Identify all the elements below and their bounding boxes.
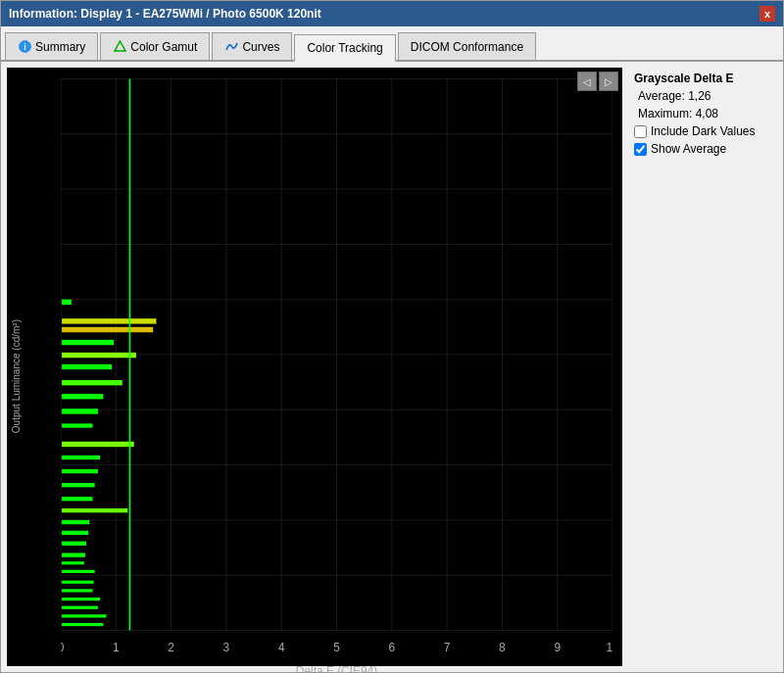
- bar: [62, 606, 98, 609]
- show-average-label[interactable]: Show Average: [651, 142, 726, 156]
- bar: [62, 483, 95, 487]
- chart-forward-button[interactable]: ▷: [599, 72, 618, 91]
- tab-color-tracking[interactable]: Color Tracking: [294, 34, 395, 62]
- svg-text:4: 4: [278, 641, 285, 654]
- include-dark-label[interactable]: Include Dark Values: [651, 124, 756, 138]
- window-title: Information: Display 1 - EA275WMi / Phot…: [9, 7, 321, 21]
- bar: [62, 589, 92, 592]
- include-dark-row: Include Dark Values: [634, 124, 773, 138]
- tab-bar: i Summary Color Gamut Curves Color Track…: [1, 26, 783, 62]
- bar: [62, 353, 136, 358]
- y-axis-label: Output Luminance (cd/m²): [11, 319, 22, 433]
- chart-svg: 0 20 40 60 80 100 120 140 160 180 200: [61, 77, 612, 672]
- average-label: Average: 1,26: [638, 89, 711, 103]
- tab-color-gamut[interactable]: Color Gamut: [100, 32, 210, 60]
- tab-dicom[interactable]: DICOM Conformance: [398, 32, 536, 60]
- wave-icon: [224, 40, 238, 54]
- bar: [62, 318, 156, 323]
- svg-text:6: 6: [388, 641, 395, 654]
- tab-curves-label: Curves: [242, 40, 279, 54]
- main-window: Information: Display 1 - EA275WMi / Phot…: [0, 0, 784, 673]
- bar: [62, 531, 88, 535]
- tab-color-tracking-label: Color Tracking: [307, 41, 382, 55]
- tab-summary[interactable]: i Summary: [5, 32, 98, 60]
- bar: [62, 327, 153, 332]
- maximum-stat: Maximum: 4,08: [634, 107, 773, 120]
- tab-color-gamut-label: Color Gamut: [130, 40, 197, 54]
- svg-text:10: 10: [606, 641, 612, 654]
- bar: [62, 409, 98, 413]
- bar: [62, 520, 89, 524]
- svg-text:8: 8: [499, 641, 506, 654]
- svg-marker-2: [115, 41, 125, 51]
- bar: [62, 340, 114, 345]
- svg-text:9: 9: [554, 641, 561, 654]
- svg-text:Delta E (CIE94): Delta E (CIE94): [296, 664, 377, 672]
- bar: [62, 570, 95, 573]
- average-stat: Average: 1,26: [634, 89, 773, 103]
- show-average-row: Show Average: [634, 142, 773, 156]
- content-area: ◁ ▷ Output Luminance (cd/m²): [1, 62, 783, 672]
- bar: [62, 423, 92, 427]
- bar: [62, 442, 134, 447]
- svg-text:2: 2: [168, 641, 174, 654]
- sidebar: Grayscale Delta E Average: 1,26 Maximum:…: [630, 68, 777, 666]
- chart-back-button[interactable]: ◁: [577, 72, 597, 91]
- bar: [62, 623, 103, 626]
- bar: [62, 394, 103, 399]
- bar: [62, 469, 98, 473]
- close-button[interactable]: x: [760, 6, 775, 22]
- svg-text:1: 1: [113, 641, 120, 654]
- svg-text:0: 0: [61, 641, 65, 654]
- sidebar-section-title: Grayscale Delta E: [634, 72, 773, 85]
- bar: [62, 553, 85, 556]
- tab-curves[interactable]: Curves: [212, 32, 292, 60]
- bar: [62, 380, 122, 385]
- maximum-label: Maximum: 4,08: [638, 107, 718, 120]
- svg-text:5: 5: [333, 641, 340, 654]
- chart-toolbar: ◁ ▷: [577, 72, 618, 91]
- chart-container: ◁ ▷ Output Luminance (cd/m²): [7, 68, 622, 666]
- bar: [62, 497, 92, 501]
- bar: [62, 364, 112, 369]
- bar: [62, 581, 93, 584]
- include-dark-checkbox[interactable]: [634, 125, 647, 138]
- bar: [62, 300, 72, 305]
- svg-text:3: 3: [223, 641, 230, 654]
- bar: [62, 598, 100, 601]
- tab-dicom-label: DICOM Conformance: [411, 40, 523, 54]
- svg-text:i: i: [24, 42, 26, 52]
- bar: [62, 508, 127, 512]
- triangle-icon: [113, 40, 126, 54]
- bar: [62, 542, 86, 546]
- title-bar: Information: Display 1 - EA275WMi / Phot…: [1, 1, 783, 26]
- bar: [62, 614, 106, 617]
- bar: [62, 561, 84, 564]
- tab-summary-label: Summary: [35, 40, 85, 54]
- bar: [62, 456, 100, 459]
- info-icon: i: [18, 40, 31, 54]
- show-average-checkbox[interactable]: [634, 143, 647, 156]
- svg-text:7: 7: [444, 641, 451, 654]
